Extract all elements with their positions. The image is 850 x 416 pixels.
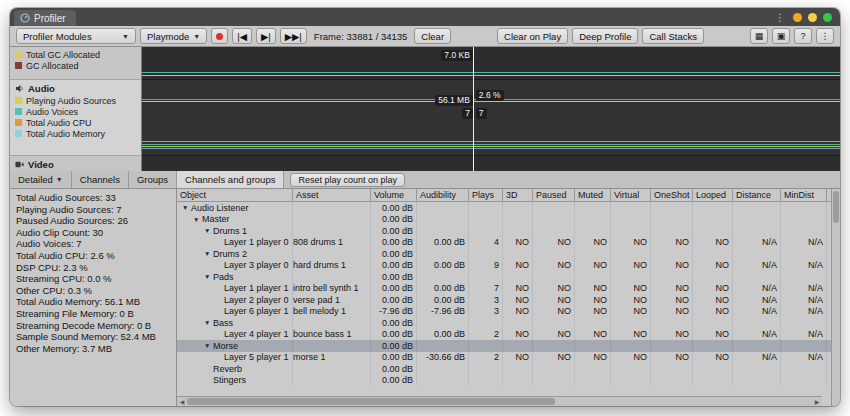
help-icon[interactable]: ?: [794, 28, 812, 44]
legend-item[interactable]: GC Allocated: [15, 60, 136, 71]
tab-groups[interactable]: Groups: [129, 171, 177, 188]
cell: 0.00 dB: [417, 260, 469, 272]
window-control-dot[interactable]: [808, 13, 817, 22]
column-header-oneshot[interactable]: OneShot: [651, 189, 693, 201]
stat-line: Other CPU: 0.3 %: [16, 285, 170, 297]
cell: [693, 317, 733, 329]
legend-item[interactable]: Total Audio CPU: [15, 117, 136, 128]
cell: [781, 340, 827, 352]
audio-chart[interactable]: 2.6 % 56.1 MB 7 7: [142, 79, 840, 155]
table-row[interactable]: ▼Pads0.00 dB: [177, 271, 831, 283]
cell: [533, 317, 575, 329]
table-row[interactable]: ▼Bass0.00 dB: [177, 317, 831, 329]
column-header-plays[interactable]: Plays: [469, 189, 503, 201]
horizontal-scroll-thumb[interactable]: [187, 398, 555, 405]
playmode-dropdown[interactable]: Playmode ▼: [140, 28, 207, 44]
foldout-arrow-icon[interactable]: ▼: [204, 342, 213, 349]
cell: [503, 202, 533, 214]
audio-legend[interactable]: Audio Playing Audio SourcesAudio VoicesT…: [10, 79, 142, 155]
table-body: ▼Audio Listener0.00 dB▼Master0.00 dB▼Dru…: [177, 202, 831, 406]
cell: [293, 375, 371, 387]
foldout-arrow-icon[interactable]: ▼: [182, 204, 191, 211]
table-row[interactable]: Layer 5 player 1morse 10.00 dB-30.66 dB2…: [177, 352, 831, 364]
foldout-arrow-icon[interactable]: ▼: [204, 319, 213, 326]
vertical-scrollbar[interactable]: [831, 189, 840, 406]
object-cell: ▼Audio Listener: [177, 202, 293, 214]
window-control-dot[interactable]: [823, 13, 832, 22]
column-header-audibility[interactable]: Audibility: [417, 189, 469, 201]
column-header-object[interactable]: Object: [177, 189, 293, 201]
foldout-arrow-icon[interactable]: ▼: [204, 273, 213, 280]
table-row[interactable]: Layer 4 player 1bounce bass 10.00 dB0.00…: [177, 329, 831, 341]
table-row[interactable]: ▼Audio Listener0.00 dB: [177, 202, 831, 214]
table-row[interactable]: ▼Morse0.00 dB: [177, 340, 831, 352]
table-row[interactable]: ▼Drums 10.00 dB: [177, 225, 831, 237]
column-header-3d[interactable]: 3D: [503, 189, 533, 201]
grid-icon[interactable]: ▦: [750, 28, 768, 44]
legend-item[interactable]: Audio Voices: [15, 106, 136, 117]
column-header-volume[interactable]: Volume: [371, 189, 417, 201]
tab-channels-and-groups[interactable]: Channels and groups: [177, 171, 284, 188]
prev-frame-button[interactable]: |◀: [232, 28, 252, 44]
profiler-modules-dropdown[interactable]: Profiler Modules ▼: [16, 28, 136, 44]
scroll-right-icon[interactable]: ▶: [812, 398, 822, 405]
table-row[interactable]: Layer 6 player 1bell melody 1-7.96 dB-7.…: [177, 306, 831, 318]
legend-item[interactable]: Playing Audio Sources: [15, 95, 136, 106]
table-row[interactable]: Layer 1 player 1intro bell synth 10.00 d…: [177, 283, 831, 295]
stat-line: Streaming CPU: 0.0 %: [16, 273, 170, 285]
deep-profile-button[interactable]: Deep Profile: [572, 28, 638, 44]
object-cell: ▼Drums 2: [177, 248, 293, 260]
horizontal-scrollbar[interactable]: ◀ ▶: [177, 396, 822, 406]
object-label: Layer 5 player 1: [224, 352, 289, 362]
table-row[interactable]: Stingers0.00 dB: [177, 375, 831, 387]
table-row[interactable]: ▼Master0.00 dB: [177, 214, 831, 226]
cell: [611, 340, 651, 352]
column-header-distance[interactable]: Distance: [733, 189, 781, 201]
foldout-arrow-icon[interactable]: ▼: [193, 216, 202, 223]
table-row[interactable]: ▼Drums 20.00 dB: [177, 248, 831, 260]
tab-detailed[interactable]: Detailed▼: [10, 171, 72, 188]
cell: NO: [693, 352, 733, 364]
column-header-virtual[interactable]: Virtual: [611, 189, 651, 201]
foldout-arrow-icon[interactable]: ▼: [204, 250, 213, 257]
table-row[interactable]: Layer 2 player 0verse pad 10.00 dB0.00 d…: [177, 294, 831, 306]
playhead[interactable]: [473, 47, 474, 171]
scroll-left-icon[interactable]: ◀: [177, 398, 187, 405]
legend-item[interactable]: Total Audio Memory: [15, 128, 136, 139]
chart-area[interactable]: Total GC AllocatedGC Allocated 7.0 KB Au…: [10, 47, 840, 171]
call-stacks-button[interactable]: Call Stacks: [642, 28, 704, 44]
legend-item[interactable]: Total GC Allocated: [15, 49, 136, 60]
vertical-scroll-thumb[interactable]: [833, 191, 839, 223]
channels-table: ObjectAssetVolumeAudibilityPlays3DPaused…: [177, 189, 831, 406]
table-row[interactable]: Reverb0.00 dB: [177, 363, 831, 375]
cell: [733, 248, 781, 260]
column-header-asset[interactable]: Asset: [293, 189, 371, 201]
foldout-arrow-icon[interactable]: ▼: [204, 227, 213, 234]
window-control-dot[interactable]: [793, 13, 802, 22]
table-row[interactable]: Layer 1 player 0808 drums 10.00 dB0.00 d…: [177, 237, 831, 249]
clear-button[interactable]: Clear: [414, 28, 451, 44]
clear-on-play-button[interactable]: Clear on Play: [497, 28, 568, 44]
column-header-paused[interactable]: Paused: [533, 189, 575, 201]
column-header-looped[interactable]: Looped: [693, 189, 733, 201]
kebab-menu-icon[interactable]: ⋮: [816, 28, 834, 44]
next-frame-button[interactable]: ▶|: [256, 28, 276, 44]
cell: [693, 225, 733, 237]
reset-play-count-button[interactable]: Reset play count on play: [290, 173, 405, 187]
tab-channels[interactable]: Channels: [72, 171, 129, 188]
table-row[interactable]: Layer 3 player 0hard drums 10.00 dB0.00 …: [177, 260, 831, 272]
record-button[interactable]: [211, 28, 228, 44]
titlebar-menu-icon[interactable]: ⋮: [775, 12, 785, 23]
chart-line: [142, 144, 840, 145]
video-chart[interactable]: [142, 155, 840, 171]
cell: 0.00 dB: [371, 375, 417, 387]
profiler-tab[interactable]: Profiler: [14, 10, 76, 26]
gc-chart[interactable]: 7.0 KB: [142, 47, 840, 79]
save-icon[interactable]: ▣: [772, 28, 790, 44]
current-frame-button[interactable]: ▶▶|: [280, 28, 307, 44]
detail-panel: Detailed▼ChannelsGroupsChannels and grou…: [10, 171, 840, 406]
cell: [781, 214, 827, 226]
column-header-mindist[interactable]: MinDist: [781, 189, 827, 201]
video-legend[interactable]: Video: [10, 155, 142, 171]
column-header-muted[interactable]: Muted: [575, 189, 611, 201]
